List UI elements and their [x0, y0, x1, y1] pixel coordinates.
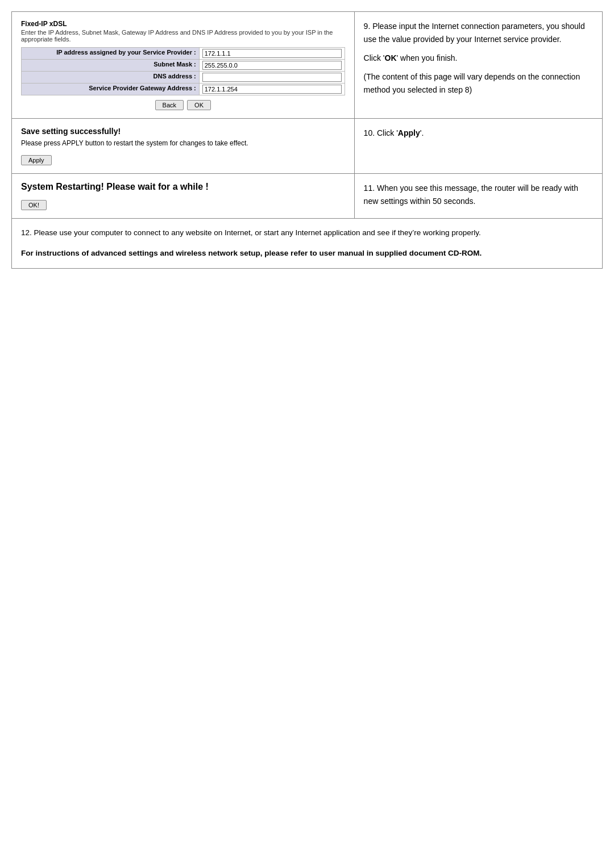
form-row-subnet: Subnet Mask : [22, 60, 345, 72]
step11-instruction-text: 11. When you see this message, the route… [364, 182, 593, 208]
step12-line2: For instructions of advanced settings an… [21, 247, 593, 260]
step12-line1: 12. Please use your computer to connect … [21, 227, 593, 239]
step10-right-cell: 10. Click 'Apply'. [354, 119, 602, 174]
label-dns: DNS address : [22, 72, 200, 84]
step9-instruction-line2: Click 'OK' when you finish. [364, 52, 593, 65]
step10-instruction-text: 10. Click 'Apply'. [364, 127, 593, 140]
step11-instruction: 11. When you see this message, the route… [364, 182, 593, 208]
step9-instruction: 9. Please input the Internet connection … [364, 20, 593, 97]
panel-title: Fixed-IP xDSL [21, 20, 345, 28]
step9-right-cell: 9. Please input the Internet connection … [354, 12, 602, 119]
label-ip: IP address assigned by your Service Prov… [22, 48, 200, 60]
restart-title: System Restarting! Please wait for a whi… [21, 182, 345, 192]
ok-button-wrapper: OK! [21, 200, 345, 210]
value-dns [199, 72, 345, 84]
label-gateway: Service Provider Gateway Address : [22, 84, 200, 95]
save-title: Save setting successfully! [21, 127, 345, 136]
save-desc: Please press APPLY button to restart the… [21, 139, 345, 147]
step9-left-cell: Fixed-IP xDSL Enter the IP Address, Subn… [12, 12, 355, 119]
step10-left-cell: Save setting successfully! Please press … [12, 119, 355, 174]
value-gateway [199, 84, 345, 95]
input-gateway[interactable] [202, 85, 342, 94]
form-row-ip: IP address assigned by your Service Prov… [22, 48, 345, 60]
apply-button[interactable]: Apply [21, 155, 52, 165]
step11-left-cell: System Restarting! Please wait for a whi… [12, 174, 355, 219]
ok-button[interactable]: OK [187, 100, 211, 110]
step9-button-row: Back OK [21, 100, 345, 110]
input-dns[interactable] [202, 73, 342, 82]
step9-instruction-line3: (The content of this page will vary depe… [364, 70, 593, 97]
value-subnet [199, 60, 345, 72]
step12-cell: 12. Please use your computer to connect … [12, 219, 603, 269]
panel-desc: Enter the IP Address, Subnet Mask, Gatew… [21, 29, 345, 43]
apply-button-wrapper: Apply [21, 155, 345, 165]
form-row-gateway: Service Provider Gateway Address : [22, 84, 345, 95]
form-row-dns: DNS address : [22, 72, 345, 84]
input-ip[interactable] [202, 49, 342, 58]
value-ip [199, 48, 345, 60]
label-subnet: Subnet Mask : [22, 60, 200, 72]
ok-restart-button[interactable]: OK! [21, 200, 47, 210]
step11-right-cell: 11. When you see this message, the route… [354, 174, 602, 219]
back-button[interactable]: Back [155, 100, 184, 110]
fixed-ip-form: IP address assigned by your Service Prov… [21, 47, 345, 95]
step9-instruction-line1: 9. Please input the Internet connection … [364, 20, 593, 46]
step12-text: 12. Please use your computer to connect … [21, 227, 593, 260]
input-subnet[interactable] [202, 61, 342, 70]
step10-instruction: 10. Click 'Apply'. [364, 127, 593, 140]
